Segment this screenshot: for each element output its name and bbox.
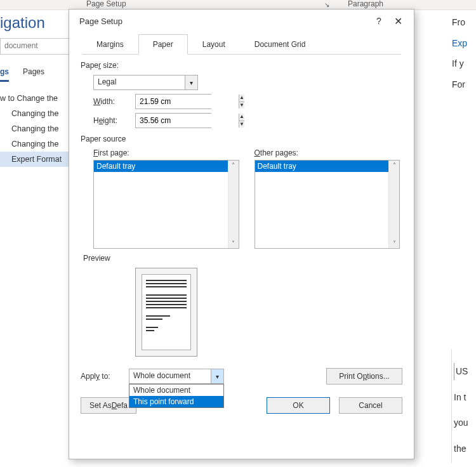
tab-paper[interactable]: Paper (138, 34, 188, 55)
cancel-button[interactable]: Cancel (339, 397, 402, 414)
first-page-listbox[interactable]: Default tray ˄˅ (93, 160, 239, 249)
page-separator (451, 349, 452, 463)
scroll-down-icon[interactable]: ˅ (393, 240, 396, 247)
apply-to-dropdown: Whole document This point forward (129, 384, 224, 408)
apply-option-this-point-forward[interactable]: This point forward (129, 396, 223, 407)
scrollbar[interactable]: ˄˅ (388, 161, 399, 248)
width-input[interactable] (136, 95, 239, 109)
list-item[interactable]: Default tray (255, 161, 389, 172)
dialog-title: Page Setup (79, 16, 369, 26)
search-placeholder: document (4, 41, 38, 50)
doc-right-snippets: Fro Exp If y For (452, 14, 476, 96)
apply-option-whole-document[interactable]: Whole document (129, 385, 223, 396)
tab-layout[interactable]: Layout (188, 34, 240, 55)
first-page-label: First page: (93, 148, 239, 157)
preview-label: Preview (83, 254, 405, 263)
tab-document-grid[interactable]: Document Grid (240, 34, 321, 55)
dialog-titlebar[interactable]: Page Setup ? ✕ (69, 10, 414, 32)
doc-line: For (452, 76, 476, 93)
dialog-tabs: Margins Paper Layout Document Grid (82, 34, 401, 55)
preview-thumbnail (135, 268, 197, 357)
tab-margins[interactable]: Margins (82, 34, 138, 55)
other-pages-label: Other pages: (255, 148, 400, 157)
chevron-down-icon[interactable]: ▾ (185, 76, 197, 89)
set-as-default-button[interactable]: Set As Defa (81, 397, 136, 414)
doc-link[interactable]: Exp (452, 35, 476, 52)
pagesetup-launcher-icon[interactable]: ↘ (324, 1, 329, 8)
doc-line: If y (452, 55, 476, 72)
scroll-down-icon[interactable]: ˅ (232, 240, 235, 247)
ok-button[interactable]: OK (267, 397, 330, 414)
apply-to-combo[interactable]: Whole document ▾ Whole document This poi… (129, 369, 224, 384)
height-input[interactable] (136, 114, 239, 128)
width-spinner[interactable]: ▲ ▼ (135, 94, 211, 109)
help-icon[interactable]: ? (369, 16, 388, 26)
apply-to-value: Whole document (129, 369, 211, 383)
paper-size-label: Paper size: (81, 61, 405, 70)
ribbon-group-pagesetup: Page Setup (86, 0, 126, 8)
spinner-up-icon[interactable]: ▲ (239, 95, 244, 102)
apply-to-label: Apply to: (81, 372, 125, 381)
other-pages-listbox[interactable]: Default tray ˄˅ (255, 160, 400, 249)
doc-line: US (454, 363, 476, 380)
height-label: Height: (93, 116, 129, 125)
scroll-up-icon[interactable]: ˄ (232, 162, 235, 169)
nav-tab-headings[interactable]: gs (0, 66, 9, 82)
ribbon-group-paragraph: Paragraph (348, 0, 383, 8)
list-item[interactable]: Default tray (94, 161, 228, 172)
doc-line: In t (454, 389, 476, 406)
doc-line: the (454, 440, 476, 457)
preview-page-icon (142, 274, 191, 350)
doc-line: you (454, 414, 476, 431)
paper-size-value: Legal (94, 76, 185, 89)
scrollbar[interactable]: ˄˅ (228, 161, 239, 248)
height-spinner[interactable]: ▲ ▼ (135, 113, 211, 128)
print-options-button[interactable]: Print Options... (326, 368, 402, 385)
nav-tab-pages[interactable]: Pages (23, 66, 44, 82)
paper-source-label: Paper source (81, 135, 405, 143)
spinner-down-icon[interactable]: ▼ (239, 102, 244, 109)
width-label: Width: (93, 97, 129, 106)
scroll-up-icon[interactable]: ˄ (393, 162, 396, 169)
page-setup-dialog: Page Setup ? ✕ Margins Paper Layout Docu… (69, 9, 414, 459)
spinner-down-icon[interactable]: ▼ (239, 121, 244, 128)
doc-line: Fro (452, 14, 476, 31)
spinner-up-icon[interactable]: ▲ (239, 114, 244, 121)
close-icon[interactable]: ✕ (388, 15, 407, 27)
chevron-down-icon[interactable]: ▾ (211, 369, 223, 383)
paper-size-combo[interactable]: Legal ▾ (93, 75, 198, 90)
doc-right-snippets-lower: US In t you the (454, 354, 476, 466)
